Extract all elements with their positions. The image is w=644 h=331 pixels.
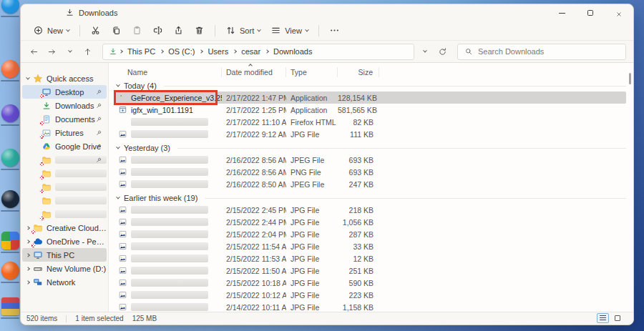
image-file-icon (118, 217, 127, 227)
recent-locations-button[interactable] (61, 43, 79, 60)
column-header-size[interactable]: Size (338, 67, 379, 77)
desktop-shortcut-7[interactable] (1, 262, 19, 280)
file-row[interactable]: 2/15/2022 11:54 AMJPG File33 KB (114, 240, 626, 252)
desktop-shortcut-6[interactable] (1, 232, 19, 250)
file-row[interactable]: 2/15/2022 2:04 PMJPG File287 KB (114, 228, 626, 240)
sidebar-item-quick-access[interactable]: Quick access (22, 71, 107, 85)
sidebar-item-onedrive-personal[interactable]: OneDrive - Personal (22, 234, 107, 248)
breadcrumb-segment[interactable]: This PC (125, 47, 158, 56)
search-box[interactable] (457, 44, 626, 60)
sidebar-item-new-volume-d[interactable]: New Volume (D:) (22, 262, 107, 275)
paste-button[interactable] (127, 22, 147, 39)
sidebar-item-label: This PC (47, 251, 107, 260)
sidebar-item-pictures[interactable]: Pictures (22, 126, 107, 139)
sidebar-item-creative-cloud-files[interactable]: Creative Cloud Files (22, 221, 107, 234)
sidebar-item-documents[interactable]: Documents (22, 112, 107, 126)
file-row[interactable]: 2/14/2022 10:11 AMJPG File1,158 KB (114, 301, 626, 312)
desktop-shortcut-1[interactable] (1, 0, 19, 14)
file-row[interactable]: igfx_win_101.11912/17/2022 1:25 PMApplic… (114, 104, 626, 116)
sidebar-item-label: Quick access (47, 74, 107, 83)
breadcrumb-separator-icon (160, 49, 164, 54)
breadcrumb-segment[interactable]: Users (205, 47, 231, 56)
sort-button[interactable]: Sort (220, 22, 265, 39)
pin-icon[interactable] (95, 89, 102, 96)
sidebar-item-desktop[interactable]: Desktop (22, 85, 107, 99)
sidebar-item-folder-blurred-4[interactable] (22, 194, 107, 207)
up-icon (83, 47, 92, 56)
copy-icon (111, 25, 122, 36)
file-row[interactable]: 2/15/2022 11:53 AMJPG File12 KB (114, 252, 626, 265)
file-size: 693 KB (338, 156, 379, 164)
breadcrumb-segment[interactable]: cesar (238, 47, 263, 56)
sidebar-item-this-pc[interactable]: This PC (22, 248, 107, 262)
pin-icon[interactable] (95, 116, 102, 123)
file-row[interactable]: 2/16/2022 8:56 AMJPEG File693 KB (114, 154, 626, 166)
desktop-shortcut-5[interactable] (1, 190, 19, 208)
pin-icon[interactable] (95, 157, 102, 164)
sort-label: Sort (240, 26, 254, 35)
sidebar-item-folder-blurred-3[interactable] (22, 180, 107, 194)
status-bar: 520 items 1 item selected 125 MB (21, 312, 633, 325)
pin-icon[interactable] (95, 143, 102, 150)
file-row[interactable]: 2/16/2022 8:50 AMJPEG File247 KB (114, 178, 626, 190)
refresh-button[interactable] (434, 43, 452, 60)
group-header[interactable]: Earlier this week (19) (114, 192, 626, 204)
view-button[interactable]: View (265, 22, 313, 39)
breadcrumb[interactable]: This PCOS (C:)UserscesarDownloads (102, 44, 414, 60)
item-count: 520 items (26, 315, 57, 322)
scrollbar-thumb[interactable] (629, 73, 631, 84)
file-row[interactable]: 2/17/2022 11:10 AMFirefox HTML Doc...82 … (114, 116, 626, 128)
forward-button[interactable] (43, 43, 61, 60)
sync-error-badge-icon (39, 189, 44, 194)
group-header[interactable]: Yesterday (3) (114, 142, 626, 154)
file-row[interactable]: 2/15/2022 2:45 PMJPG File218 KB (114, 204, 626, 216)
column-header-type[interactable]: Type (286, 67, 338, 77)
sidebar-item-network[interactable]: Network (22, 275, 107, 289)
file-row[interactable]: 2/17/2022 9:12 AMJPG File111 KB (114, 128, 626, 140)
column-header-name[interactable]: Name (114, 67, 222, 77)
explorer-tab-downloads[interactable]: Downloads (65, 8, 117, 17)
file-row[interactable]: 2/15/2022 10:12 AMJPG File223 KB (114, 289, 626, 301)
file-row[interactable]: 2/15/2022 10:18 AMJPG File590 KB (114, 277, 626, 289)
file-row[interactable]: 2/16/2022 8:56 AMPNG File693 KB (114, 166, 626, 178)
pin-icon[interactable] (95, 129, 102, 137)
file-name: igfx_win_101.1191 (131, 106, 193, 114)
breadcrumb-segment[interactable]: Downloads (270, 47, 315, 56)
file-row[interactable]: 2/15/2022 11:50 AMJPG File251 KB (114, 265, 626, 277)
desktop-shortcut-2-label (1, 80, 19, 81)
copy-button[interactable] (106, 22, 127, 39)
desktop-shortcut-2[interactable] (1, 60, 19, 78)
address-dropdown-button[interactable] (416, 43, 434, 60)
desktop-shortcut-8[interactable] (1, 297, 19, 315)
file-type: JPEG File (286, 180, 338, 189)
new-button[interactable]: New (28, 22, 74, 39)
large-icons-view-button[interactable] (611, 313, 623, 323)
desktop-shortcut-4[interactable] (1, 149, 19, 167)
sidebar-item-folder-blurred-5[interactable] (22, 207, 107, 221)
up-button[interactable] (79, 43, 97, 60)
sidebar-item-folder-blurred-1[interactable] (22, 153, 107, 167)
view-icon (270, 25, 281, 36)
breadcrumb-segment[interactable]: OS (C:) (165, 47, 197, 56)
pin-icon[interactable] (95, 102, 102, 109)
delete-button[interactable] (189, 22, 210, 39)
sidebar-item-folder-blurred-2[interactable] (22, 167, 107, 180)
minimize-button[interactable] (547, 4, 576, 21)
sidebar-item-downloads[interactable]: Downloads (22, 99, 107, 112)
details-view-button[interactable] (597, 313, 609, 323)
search-input[interactable] (478, 47, 619, 56)
close-button[interactable] (605, 4, 633, 21)
desktop-shortcut-3[interactable] (1, 104, 19, 122)
rename-button[interactable] (147, 22, 168, 39)
back-button[interactable] (25, 43, 43, 60)
column-header-date-modified[interactable]: Date modified (222, 67, 286, 77)
sidebar-item-google-drive[interactable]: Google Drive (22, 139, 107, 153)
share-button[interactable] (168, 22, 189, 39)
file-row[interactable]: 2/15/2022 2:44 PMJPG File1,056 KB (114, 216, 626, 228)
more-options-button[interactable] (324, 22, 345, 39)
maximize-button[interactable] (576, 4, 605, 21)
vertical-scrollbar[interactable] (629, 67, 632, 307)
group-header[interactable]: Today (4) (114, 80, 626, 92)
cut-button[interactable] (85, 22, 106, 39)
file-row[interactable]: GeForce_Experience_v3.25.0.842/17/2022 1… (114, 92, 626, 104)
